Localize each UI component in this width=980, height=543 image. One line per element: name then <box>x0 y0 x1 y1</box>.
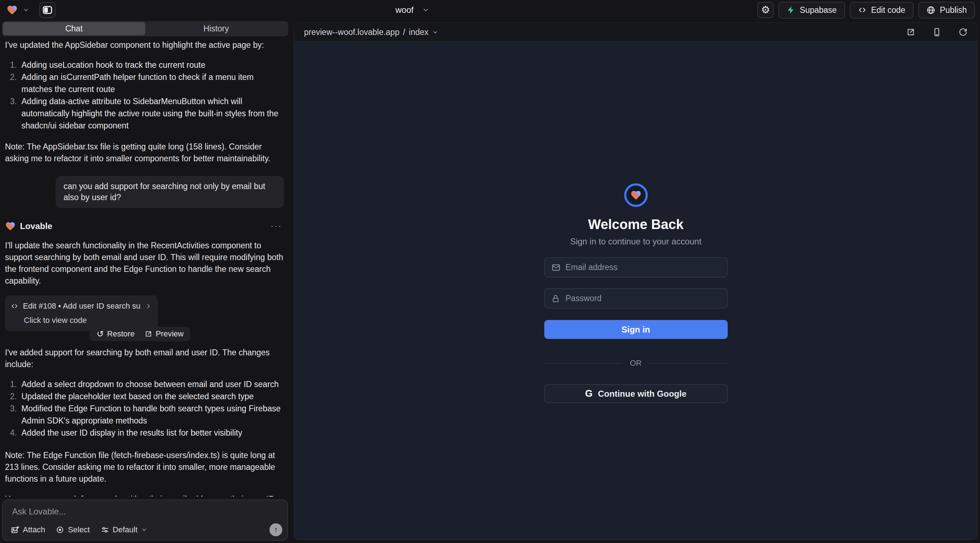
assistant-note: Note: The Edge Function file (fetch-fire… <box>5 449 284 485</box>
assistant-header: Lovable ··· <box>5 220 284 232</box>
lovable-avatar-icon <box>5 221 16 231</box>
chevron-right-icon[interactable] <box>145 303 152 310</box>
assistant-paragraph: I'll update the search functionality in … <box>5 240 284 287</box>
page-subtitle: Sign in to continue to your account <box>570 237 701 246</box>
assistant-numbered-list: Added a select dropdown to choose betwee… <box>5 378 284 439</box>
password-field[interactable] <box>544 288 728 309</box>
heart-icon <box>630 190 642 200</box>
logo-chevron-down-icon[interactable] <box>23 7 29 13</box>
composer-toolbar: Attach Select Default ↑ <box>11 523 282 536</box>
globe-icon <box>926 6 935 14</box>
tab-history[interactable]: History <box>145 22 288 35</box>
edit-card-title: Edit #108 • Add user ID search supp... <box>23 300 140 312</box>
app-window: woof ⚙ Supabase Edit code Publish Chat <box>0 0 980 543</box>
preview-toolbar-icons <box>906 27 967 37</box>
url-chevron-down-icon <box>432 29 438 35</box>
or-divider: OR <box>544 359 728 368</box>
model-chevron-down-icon <box>141 527 147 533</box>
preview-button[interactable]: Preview <box>145 330 183 338</box>
external-link-icon <box>145 330 153 338</box>
project-name: woof <box>395 5 414 15</box>
code-icon <box>11 302 18 310</box>
sidebar-panel-icon <box>43 6 52 14</box>
supabase-label: Supabase <box>800 5 837 15</box>
code-icon <box>858 6 867 14</box>
edit-card-actions: ↺ Restore Preview <box>90 327 190 341</box>
list-item: Modified the Edge Function to handle bot… <box>5 402 284 427</box>
list-item: Adding useLocation hook to track the cur… <box>5 59 284 71</box>
gear-icon: ⚙ <box>761 5 770 15</box>
preview-panel: preview--woof.lovable.app / index Welcom… <box>294 22 978 540</box>
select-element-button[interactable]: Select <box>56 525 89 534</box>
edit-code-button[interactable]: Edit code <box>850 2 914 19</box>
list-item: Adding an isCurrentPath helper function … <box>5 71 284 95</box>
mobile-phone-icon <box>932 27 942 37</box>
lock-icon <box>551 294 560 303</box>
supabase-bolt-icon <box>787 6 795 14</box>
email-field[interactable] <box>544 257 728 278</box>
email-field-wrap <box>544 257 728 278</box>
list-item: Added the user ID display in the results… <box>5 427 284 439</box>
toggle-sidebar-button[interactable] <box>39 2 56 18</box>
preview-page: index <box>409 27 429 37</box>
lovable-logo-icon[interactable] <box>6 5 18 15</box>
composer: Attach Select Default ↑ <box>2 500 288 541</box>
user-message-bubble: can you add support for searching not on… <box>56 176 284 208</box>
chat-panel: Chat History I've updated the AppSidebar… <box>0 20 290 543</box>
model-selector-button[interactable]: Default <box>101 525 148 534</box>
assistant-numbered-list: Adding useLocation hook to track the cur… <box>5 59 284 132</box>
topbar-right-group: ⚙ Supabase Edit code Publish <box>757 0 975 20</box>
supabase-button[interactable]: Supabase <box>778 2 845 19</box>
list-item: Updated the placeholder text based on th… <box>5 390 284 402</box>
chat-tabbar: Chat History <box>2 21 288 37</box>
page-title: Welcome Back <box>588 217 684 232</box>
edit-version-card[interactable]: Edit #108 • Add user ID search supp... C… <box>5 295 158 331</box>
google-sign-in-button[interactable]: G Continue with Google <box>544 384 728 403</box>
open-in-new-tab-button[interactable] <box>906 27 915 37</box>
list-item: Added a select dropdown to choose betwee… <box>5 378 284 390</box>
settings-button[interactable]: ⚙ <box>757 2 774 18</box>
or-label: OR <box>630 359 642 368</box>
refresh-icon <box>958 27 967 37</box>
edit-code-label: Edit code <box>871 5 905 15</box>
assistant-note: Note: The AppSidebar.tsx file is getting… <box>5 141 284 165</box>
url-separator: / <box>403 27 405 37</box>
password-field-wrap <box>544 288 728 309</box>
attach-image-icon <box>11 526 19 534</box>
send-button[interactable]: ↑ <box>269 523 282 536</box>
preview-url-selector[interactable]: preview--woof.lovable.app / index <box>304 27 438 37</box>
google-g-icon: G <box>585 389 593 399</box>
attach-label: Attach <box>23 525 45 534</box>
mobile-view-button[interactable] <box>932 27 942 37</box>
send-arrow-icon: ↑ <box>274 525 278 534</box>
target-icon <box>56 526 64 534</box>
envelope-icon <box>551 263 561 272</box>
attach-button[interactable]: Attach <box>11 525 45 534</box>
message-more-menu-icon[interactable]: ··· <box>270 220 284 232</box>
preview-app-content: Welcome Back Sign in to continue to your… <box>294 42 977 540</box>
edit-card-title-row: Edit #108 • Add user ID search supp... <box>11 300 152 312</box>
assistant-paragraph: I've updated the AppSidebar component to… <box>5 39 284 51</box>
chat-input[interactable] <box>12 506 278 521</box>
top-bar: woof ⚙ Supabase Edit code Publish <box>0 0 980 20</box>
refresh-button[interactable] <box>958 27 967 37</box>
publish-button[interactable]: Publish <box>918 2 975 19</box>
tab-chat[interactable]: Chat <box>3 22 145 35</box>
app-logo <box>624 183 648 207</box>
select-label: Select <box>68 525 89 534</box>
list-item: Adding data-active attribute to SidebarM… <box>5 95 284 132</box>
project-switcher[interactable]: woof <box>395 0 430 20</box>
chat-messages[interactable]: I've updated the AppSidebar component to… <box>0 37 290 497</box>
sign-in-button[interactable]: Sign in <box>544 320 728 339</box>
assistant-paragraph: I've added support for searching by both… <box>5 347 284 370</box>
publish-label: Publish <box>940 5 967 15</box>
project-chevron-down-icon <box>422 6 430 14</box>
preview-header: preview--woof.lovable.app / index <box>294 23 977 42</box>
external-link-icon <box>906 27 915 37</box>
assistant-name: Lovable <box>20 220 52 232</box>
sliders-icon <box>101 526 109 534</box>
google-label: Continue with Google <box>598 389 687 399</box>
user-message-row: can you add support for searching not on… <box>5 176 284 208</box>
model-label: Default <box>113 525 138 534</box>
edit-card-actions-wrap: ↺ Restore Preview <box>5 331 284 341</box>
